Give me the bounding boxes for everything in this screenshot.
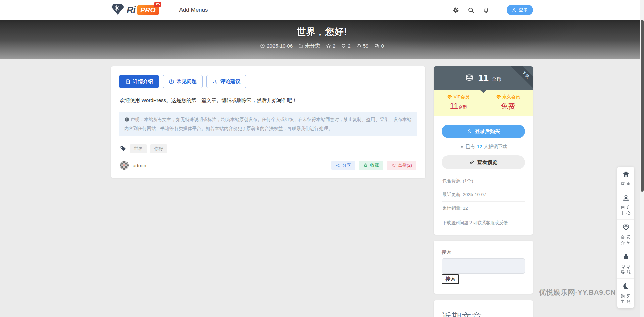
tab-details[interactable]: 详情介绍 (119, 75, 159, 88)
heart-outline-icon (391, 163, 396, 168)
page-scrollbar[interactable] (640, 0, 644, 317)
preview-button[interactable]: 查看预览 (442, 155, 525, 169)
post-view-count: 59 (356, 43, 369, 49)
home-icon (622, 170, 630, 178)
permanent-price: 免费 (501, 102, 515, 110)
float-membership[interactable]: 会 员介 绍 (617, 220, 634, 249)
diamond-logo-icon (111, 4, 125, 16)
tag-pill[interactable]: 世界 (130, 144, 147, 153)
post-hero-banner: 世界，您好! 2025-10-06 未分类 2 2 59 0 (0, 20, 644, 59)
flame-icon (459, 144, 464, 149)
qq-penguin-icon (622, 253, 630, 260)
unlock-count: 12 (477, 144, 482, 149)
user-icon (512, 8, 517, 13)
coins-icon (465, 73, 475, 83)
recent-posts-widget: 近期文章 世界，您好! (434, 300, 533, 317)
info-updated: 最近更新: 2025-10-07 (442, 188, 525, 202)
clock-icon (260, 43, 265, 48)
like-button[interactable]: 点赞(2) (387, 161, 416, 170)
search-submit-button[interactable]: 搜索 (442, 274, 459, 284)
price-currency: 金币 (492, 76, 502, 83)
site-watermark: 优悦娱乐网-YY.BA9.CN (539, 288, 616, 297)
article-content: 欢迎使用 WordPress。这是您的第一篇文章。编辑或删除它，然后开始写作吧！ (120, 97, 416, 104)
search-label: 搜索 (442, 249, 525, 255)
membership-price-strip: VIP会员 11金币 永久会员 免费 (434, 90, 533, 116)
search-widget: 搜索 搜索 (434, 241, 533, 294)
bell-icon[interactable] (483, 7, 489, 13)
eye-icon (356, 43, 361, 48)
header-arrow (480, 90, 487, 93)
user-icon (622, 194, 630, 201)
post-meta-row: 2025-10-06 未分类 2 2 59 0 (0, 43, 644, 49)
disclaimer-text: 声明：本站所有文章，如无特殊说明或标注，均为本站原创发布。任何个人或组织，在未征… (124, 117, 411, 131)
site-logo[interactable]: Ri PRO V5 (111, 4, 159, 16)
author-avatar[interactable] (120, 161, 129, 170)
post-like-count: 2 (341, 43, 350, 49)
article-card: 详情介绍 常见问题 评论建议 欢迎使用 WordPress。这是您的第一篇文章。… (111, 66, 425, 178)
disclaimer-box: 声明：本站所有文章，如无特殊说明或标注，均为本站原创发布。任何个人或组织，在未征… (119, 112, 417, 136)
post-title: 世界，您好! (0, 26, 644, 38)
search-input[interactable] (442, 258, 525, 274)
gem-icon (622, 224, 630, 231)
top-navbar: Ri PRO V5 Add Menus 登录 (0, 0, 644, 20)
info-resources: 包含资源: (1个) (442, 174, 525, 188)
user-icon (467, 129, 472, 134)
question-circle-icon (169, 79, 174, 84)
gem-icon (496, 94, 501, 99)
float-qq-service[interactable]: Q Q客 服 (617, 249, 634, 279)
float-home[interactable]: 首 页 (617, 167, 634, 190)
download-widget: 11 金币 下载 VIP会员 11金币 永久会员 免费 (434, 66, 533, 235)
share-icon (336, 163, 340, 168)
nav-divider (169, 5, 169, 15)
star-outline-icon (363, 163, 368, 168)
post-category[interactable]: 未分类 (298, 43, 320, 49)
tab-comments[interactable]: 评论建议 (206, 75, 246, 88)
star-icon (326, 43, 331, 48)
scrollbar-thumb[interactable] (641, 20, 644, 192)
theme-toggle-gear-icon[interactable] (453, 7, 459, 13)
recent-posts-title: 近期文章 (442, 310, 525, 317)
share-button[interactable]: 分享 (331, 161, 355, 170)
tag-pill[interactable]: 你好 (150, 144, 167, 153)
download-help-text[interactable]: 下载遇到问题？可联系客服或反馈 (442, 220, 525, 228)
comments-icon (374, 43, 379, 48)
info-sales: 累计销量: 12 (442, 202, 525, 215)
post-star-count: 2 (326, 43, 335, 49)
chat-bubbles-icon (212, 79, 218, 84)
favorite-button[interactable]: 收藏 (359, 161, 383, 170)
tab-faq[interactable]: 常见问题 (163, 75, 203, 88)
login-label: 登录 (518, 7, 528, 13)
login-button[interactable]: 登录 (507, 5, 533, 15)
float-user-center[interactable]: 用 户中 心 (617, 190, 634, 220)
post-comment-count: 0 (374, 43, 384, 49)
float-buy-theme[interactable]: 购 买主 题 (617, 279, 634, 308)
search-icon[interactable] (468, 7, 474, 13)
logo-badge-v5: V5 (154, 2, 161, 7)
permanent-label: 永久会员 (503, 94, 520, 100)
post-date: 2025-10-06 (260, 43, 293, 49)
unlock-count-line: 已有 12 人解锁下载 (442, 144, 525, 150)
floating-side-menu: 首 页 用 户中 心 会 员介 绍 Q Q客 服 购 买主 题 (617, 167, 634, 308)
tag-icon (120, 145, 127, 152)
heart-icon (341, 43, 346, 48)
gem-icon (447, 94, 452, 99)
price-amount: 11 (478, 72, 489, 84)
info-icon (124, 117, 129, 122)
logo-text-ri: Ri (127, 5, 135, 15)
download-ribbon: 下载 (511, 66, 533, 89)
author-name[interactable]: admin (133, 163, 146, 168)
resource-info-list: 包含资源: (1个) 最近更新: 2025-10-07 累计销量: 12 (442, 174, 525, 215)
vip-price: 11 (450, 101, 458, 110)
document-icon (125, 79, 131, 84)
folder-icon (298, 43, 303, 48)
crescent-icon (622, 282, 630, 290)
nav-menu-add-menus[interactable]: Add Menus (179, 7, 208, 13)
article-tabs: 详情介绍 常见问题 评论建议 (119, 75, 417, 88)
buy-after-login-button[interactable]: 登录后购买 (442, 125, 525, 138)
price-header: 11 金币 下载 (434, 66, 533, 90)
vip-label: VIP会员 (454, 94, 469, 100)
link-icon (469, 160, 475, 165)
tags-row: 世界 你好 (120, 144, 416, 153)
